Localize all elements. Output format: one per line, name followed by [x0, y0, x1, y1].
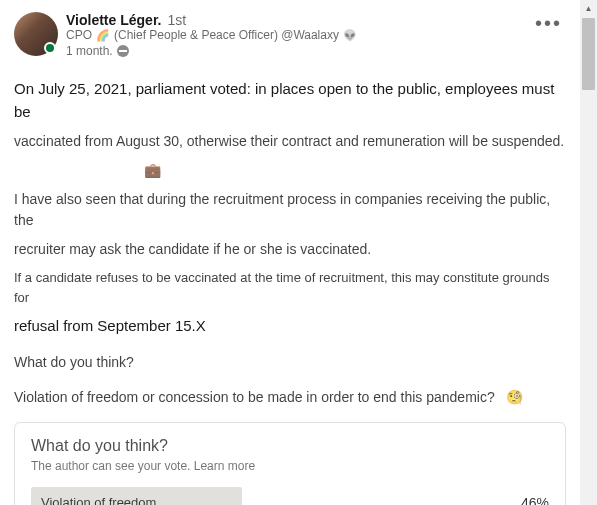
connection-degree: 1st [167, 12, 186, 28]
poll-option-1[interactable]: Violation of freedom 46% [31, 487, 549, 506]
briefcase-icon: 💼 [144, 162, 161, 178]
avatar-wrap[interactable] [14, 12, 58, 68]
author-info: Violette Léger. 1st CPO 🌈 (Chief People … [66, 12, 357, 58]
post-age: 1 month. [66, 44, 113, 58]
subtitle-prefix: CPO [66, 28, 92, 42]
globe-icon [117, 45, 129, 57]
post-container: Violette Léger. 1st CPO 🌈 (Chief People … [0, 0, 580, 505]
post-body: On July 25, 2021, parliament voted: in p… [14, 78, 566, 408]
more-menu-button[interactable]: ••• [535, 12, 562, 35]
post-question-2: Violation of freedom or concession to be… [14, 389, 495, 405]
poll-title: What do you think? [31, 437, 549, 455]
post-line-2: vaccinated from August 30, otherwise the… [14, 131, 566, 152]
post-para-2a: I have also seen that during the recruit… [14, 189, 566, 231]
poll-option-1-pct: 46% [503, 495, 549, 506]
post-para-3: If a candidate refuses to be vaccinated … [14, 268, 566, 307]
rainbow-icon: 🌈 [96, 29, 110, 42]
presence-indicator [44, 42, 56, 54]
poll-card: What do you think? The author can see yo… [14, 422, 566, 506]
post-refusal-line: refusal from September 15.X [14, 315, 566, 338]
subtitle-role: (Chief People & Peace Officer) @Waalaxy [114, 28, 339, 42]
post-header: Violette Léger. 1st CPO 🌈 (Chief People … [14, 12, 566, 68]
post-question-1: What do you think? [14, 352, 566, 373]
poll-option-1-label: Violation of freedom [41, 495, 156, 505]
post-line-2-text: vaccinated from August 30, otherwise the… [14, 133, 564, 149]
poll-subtitle[interactable]: The author can see your vote. Learn more [31, 459, 549, 473]
scrollbar-up-arrow[interactable]: ▲ [580, 0, 597, 17]
post-para-2b: recruiter may ask the candidate if he or… [14, 239, 566, 260]
post-line-1: On July 25, 2021, parliament voted: in p… [14, 78, 566, 123]
author-name[interactable]: Violette Léger. [66, 12, 161, 28]
scrollbar-track[interactable]: ▲ [580, 0, 597, 505]
thinking-icon: 🧐 [506, 389, 523, 405]
scrollbar-thumb[interactable] [582, 18, 595, 90]
alien-icon: 👽 [343, 29, 357, 42]
